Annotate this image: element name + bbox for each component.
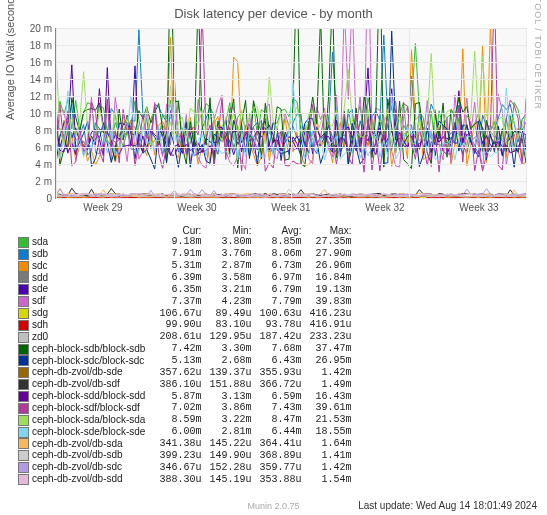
cell-cur: 5.13m bbox=[155, 355, 205, 367]
cell-max: 21.53m bbox=[305, 414, 355, 426]
legend-swatch bbox=[18, 474, 29, 485]
legend-table: Cur: Min: Avg: Max: sda 9.18m3.80m8.85m2… bbox=[14, 225, 355, 485]
legend-swatch bbox=[18, 391, 29, 402]
legend-row: ceph-block-sdc/block-sdc 5.13m2.68m6.43m… bbox=[14, 355, 355, 367]
cell-avg: 364.41u bbox=[255, 438, 305, 450]
cell-avg: 368.89u bbox=[255, 449, 305, 461]
legend-row: zd0 208.61u129.95u187.42u233.23u bbox=[14, 331, 355, 343]
cell-min: 83.10u bbox=[205, 319, 255, 331]
cell-avg: 93.78u bbox=[255, 319, 305, 331]
legend-swatch bbox=[18, 462, 29, 473]
y-tick-label: 8 m bbox=[12, 125, 56, 136]
cell-max: 16.84m bbox=[305, 272, 355, 284]
cell-max: 18.55m bbox=[305, 426, 355, 438]
y-tick-label: 12 m bbox=[12, 91, 56, 102]
legend-row: sdc 5.31m2.87m6.73m26.96m bbox=[14, 260, 355, 272]
legend-row: ceph-db-zvol/db-sdd 388.30u145.19u353.88… bbox=[14, 473, 355, 485]
x-tick-label: Week 33 bbox=[459, 198, 498, 213]
cell-cur: 357.62u bbox=[155, 366, 205, 378]
page-title: Disk latency per device - by month bbox=[0, 0, 547, 23]
cell-min: 4.23m bbox=[205, 295, 255, 307]
cell-avg: 100.63u bbox=[255, 307, 305, 319]
y-tick-label: 2 m bbox=[12, 176, 56, 187]
cell-avg: 7.79m bbox=[255, 295, 305, 307]
cell-min: 2.68m bbox=[205, 355, 255, 367]
cell-min: 129.95u bbox=[205, 331, 255, 343]
cell-avg: 6.59m bbox=[255, 390, 305, 402]
cell-cur: 386.10u bbox=[155, 378, 205, 390]
cell-max: 27.35m bbox=[305, 236, 355, 248]
cell-cur: 7.91m bbox=[155, 248, 205, 260]
last-update: Last update: Wed Aug 14 18:01:49 2024 bbox=[358, 500, 537, 511]
legend-swatch bbox=[18, 296, 29, 307]
cell-avg: 6.73m bbox=[255, 260, 305, 272]
x-tick-label: Week 31 bbox=[271, 198, 310, 213]
y-tick-label: 0 bbox=[12, 193, 56, 204]
x-tick-label: Week 30 bbox=[177, 198, 216, 213]
legend-row: ceph-block-sdd/block-sdd 5.87m3.13m6.59m… bbox=[14, 390, 355, 402]
legend-swatch bbox=[18, 438, 29, 449]
legend-swatch bbox=[18, 415, 29, 426]
legend-body: sda 9.18m3.80m8.85m27.35msdb 7.91m3.76m8… bbox=[14, 236, 355, 485]
cell-max: 1.49m bbox=[305, 378, 355, 390]
vgridline bbox=[526, 28, 527, 198]
cell-avg: 7.68m bbox=[255, 343, 305, 355]
cell-avg: 353.88u bbox=[255, 473, 305, 485]
vgridline bbox=[291, 28, 292, 198]
cell-min: 2.87m bbox=[205, 260, 255, 272]
cell-min: 3.22m bbox=[205, 414, 255, 426]
cell-avg: 6.44m bbox=[255, 426, 305, 438]
legend-row: ceph-db-zvol/db-sdb 399.23u149.90u368.89… bbox=[14, 449, 355, 461]
cell-cur: 388.30u bbox=[155, 473, 205, 485]
legend-row: sdg 106.67u89.49u100.63u416.23u bbox=[14, 307, 355, 319]
x-tick-label: Week 32 bbox=[365, 198, 404, 213]
cell-avg: 7.43m bbox=[255, 402, 305, 414]
cell-min: 3.30m bbox=[205, 343, 255, 355]
vgridline bbox=[409, 28, 410, 198]
cell-max: 19.13m bbox=[305, 283, 355, 295]
cell-cur: 7.02m bbox=[155, 402, 205, 414]
cell-cur: 399.23u bbox=[155, 449, 205, 461]
legend-swatch bbox=[18, 284, 29, 295]
cell-max: 27.90m bbox=[305, 248, 355, 260]
vgridline bbox=[56, 28, 57, 198]
cell-min: 145.19u bbox=[205, 473, 255, 485]
cell-avg: 366.72u bbox=[255, 378, 305, 390]
munin-version: Munin 2.0.75 bbox=[247, 501, 299, 511]
cell-min: 139.37u bbox=[205, 366, 255, 378]
legend-row: ceph-db-zvol/db-sde 357.62u139.37u355.93… bbox=[14, 366, 355, 378]
legend-row: ceph-db-zvol/db-sdf 386.10u151.88u366.72… bbox=[14, 378, 355, 390]
legend-swatch bbox=[18, 237, 29, 248]
legend-swatch bbox=[18, 367, 29, 378]
cell-cur: 5.31m bbox=[155, 260, 205, 272]
cell-avg: 359.77u bbox=[255, 461, 305, 473]
cell-min: 145.22u bbox=[205, 438, 255, 450]
chart-plot-area: 02 m4 m6 m8 m10 m12 m14 m16 m18 m20 mWee… bbox=[55, 28, 526, 199]
cell-cur: 5.87m bbox=[155, 390, 205, 402]
col-max: Max: bbox=[305, 225, 355, 236]
legend-swatch bbox=[18, 427, 29, 438]
legend-row: sde 6.35m3.21m6.79m19.13m bbox=[14, 283, 355, 295]
legend-swatch bbox=[18, 261, 29, 272]
cell-cur: 6.35m bbox=[155, 283, 205, 295]
cell-cur: 9.18m bbox=[155, 236, 205, 248]
vgridline bbox=[174, 28, 175, 198]
cell-max: 1.42m bbox=[305, 461, 355, 473]
legend-row: ceph-db-zvol/db-sda 341.38u145.22u364.41… bbox=[14, 438, 355, 450]
y-tick-label: 4 m bbox=[12, 159, 56, 170]
legend-swatch bbox=[18, 450, 29, 461]
legend-swatch bbox=[18, 403, 29, 414]
y-tick-label: 18 m bbox=[12, 40, 56, 51]
cell-min: 3.21m bbox=[205, 283, 255, 295]
cell-max: 39.61m bbox=[305, 402, 355, 414]
cell-max: 1.54m bbox=[305, 473, 355, 485]
cell-avg: 6.79m bbox=[255, 283, 305, 295]
legend-row: ceph-db-zvol/db-sdc 346.67u152.28u359.77… bbox=[14, 461, 355, 473]
cell-cur: 7.42m bbox=[155, 343, 205, 355]
legend-row: sda 9.18m3.80m8.85m27.35m bbox=[14, 236, 355, 248]
legend-swatch bbox=[18, 355, 29, 366]
legend-row: sdf 7.37m4.23m7.79m39.83m bbox=[14, 295, 355, 307]
legend-row: ceph-block-sda/block-sda 8.59m3.22m8.47m… bbox=[14, 414, 355, 426]
rrdtool-watermark: RRDTOOL / TOBI OETIKER bbox=[533, 0, 543, 110]
y-tick-label: 16 m bbox=[12, 57, 56, 68]
